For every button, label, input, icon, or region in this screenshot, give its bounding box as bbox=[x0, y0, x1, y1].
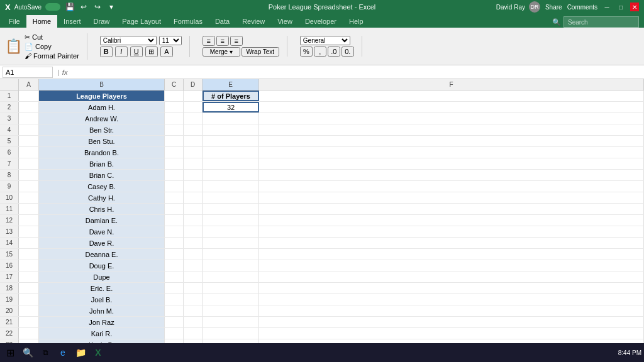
cell-c12[interactable] bbox=[165, 215, 184, 226]
cell-c18[interactable] bbox=[165, 283, 184, 293]
cell-b21-player[interactable]: Jon Raz bbox=[39, 317, 165, 327]
cell-b15-player[interactable]: Deanna E. bbox=[39, 249, 165, 260]
cell-e21[interactable] bbox=[203, 317, 259, 327]
cell-e12[interactable] bbox=[203, 215, 259, 226]
cell-d15[interactable] bbox=[184, 249, 203, 260]
font-size-select[interactable]: 11 bbox=[159, 36, 182, 45]
cell-b5-player[interactable]: Ben Stu. bbox=[39, 136, 165, 146]
cell-c5[interactable] bbox=[165, 136, 184, 146]
cell-e20[interactable] bbox=[203, 305, 259, 316]
cell-b18-player[interactable]: Eric. E. bbox=[39, 283, 165, 293]
copy-button[interactable]: 📄 Copy bbox=[25, 43, 79, 51]
cell-c16[interactable] bbox=[165, 260, 184, 271]
user-avatar[interactable]: DR bbox=[529, 1, 540, 13]
tab-page-layout[interactable]: Page Layout bbox=[116, 15, 167, 28]
cell-e13[interactable] bbox=[203, 226, 259, 237]
cell-e10[interactable] bbox=[203, 192, 259, 203]
cell-f15[interactable] bbox=[259, 249, 644, 260]
tab-developer[interactable]: Developer bbox=[299, 15, 343, 28]
more-icon[interactable]: ▾ bbox=[106, 1, 117, 13]
cell-d2[interactable] bbox=[184, 102, 203, 112]
cell-d5[interactable] bbox=[184, 136, 203, 146]
tab-view[interactable]: View bbox=[271, 15, 299, 28]
taskbar-task-view[interactable]: ⧉ bbox=[38, 345, 53, 360]
cell-a13[interactable] bbox=[19, 226, 39, 237]
share-button[interactable]: Share bbox=[545, 4, 562, 11]
restore-button[interactable]: □ bbox=[616, 3, 625, 11]
cell-b11-player[interactable]: Chris H. bbox=[39, 204, 165, 214]
cell-e19[interactable] bbox=[203, 294, 259, 305]
cell-d14[interactable] bbox=[184, 238, 203, 248]
comma-button[interactable]: , bbox=[314, 47, 326, 57]
cell-c10[interactable] bbox=[165, 192, 184, 203]
cell-c7[interactable] bbox=[165, 158, 184, 169]
cell-c22[interactable] bbox=[165, 328, 184, 339]
cell-e6[interactable] bbox=[203, 147, 259, 158]
merge-button[interactable]: Merge ▾ bbox=[203, 47, 240, 57]
tab-insert[interactable]: Insert bbox=[57, 15, 87, 28]
cell-a10[interactable] bbox=[19, 192, 39, 203]
cell-a8[interactable] bbox=[19, 170, 39, 180]
taskbar-edge[interactable]: e bbox=[55, 345, 70, 360]
cell-e11[interactable] bbox=[203, 204, 259, 214]
cell-a5[interactable] bbox=[19, 136, 39, 146]
cell-b2-player[interactable]: Adam H. bbox=[39, 102, 165, 112]
cell-d11[interactable] bbox=[184, 204, 203, 214]
cell-a18[interactable] bbox=[19, 283, 39, 293]
cell-a11[interactable] bbox=[19, 204, 39, 214]
cell-c14[interactable] bbox=[165, 238, 184, 248]
cell-b1-league-players-header[interactable]: League Players bbox=[39, 90, 165, 101]
cell-c1[interactable] bbox=[165, 90, 184, 101]
cell-a15[interactable] bbox=[19, 249, 39, 260]
cell-b16-player[interactable]: Doug E. bbox=[39, 260, 165, 271]
cell-e8[interactable] bbox=[203, 170, 259, 180]
cell-b13-player[interactable]: Dave N. bbox=[39, 226, 165, 237]
cell-d19[interactable] bbox=[184, 294, 203, 305]
taskbar-file-explorer[interactable]: 📁 bbox=[73, 345, 88, 360]
col-header-c[interactable]: C bbox=[165, 79, 184, 90]
cell-a2[interactable] bbox=[19, 102, 39, 112]
taskbar-search[interactable]: 🔍 bbox=[20, 345, 35, 360]
cell-e1-num-players-header[interactable]: # of Players bbox=[203, 90, 259, 101]
cell-e22[interactable] bbox=[203, 328, 259, 339]
cell-c17[interactable] bbox=[165, 272, 184, 282]
cell-a7[interactable] bbox=[19, 158, 39, 169]
tab-data[interactable]: Data bbox=[209, 15, 236, 28]
cell-f8[interactable] bbox=[259, 170, 644, 180]
fill-color-button[interactable]: A bbox=[160, 47, 173, 57]
autosave-switch[interactable] bbox=[45, 3, 60, 11]
tab-help[interactable]: Help bbox=[343, 15, 370, 28]
percent-button[interactable]: % bbox=[300, 47, 313, 57]
cell-b12-player[interactable]: Damian E. bbox=[39, 215, 165, 226]
cell-c3[interactable] bbox=[165, 113, 184, 124]
underline-button[interactable]: U bbox=[130, 47, 143, 57]
cell-a21[interactable] bbox=[19, 317, 39, 327]
cell-c6[interactable] bbox=[165, 147, 184, 158]
comments-button[interactable]: Comments bbox=[567, 4, 597, 11]
cell-c2[interactable] bbox=[165, 102, 184, 112]
paste-button[interactable]: 📋 bbox=[5, 38, 22, 55]
cell-f1[interactable] bbox=[259, 90, 644, 101]
cell-d21[interactable] bbox=[184, 317, 203, 327]
bold-button[interactable]: B bbox=[100, 47, 113, 57]
cell-d4[interactable] bbox=[184, 124, 203, 135]
cell-f4[interactable] bbox=[259, 124, 644, 135]
cell-f7[interactable] bbox=[259, 158, 644, 169]
cell-f17[interactable] bbox=[259, 272, 644, 282]
cell-f21[interactable] bbox=[259, 317, 644, 327]
cell-e4[interactable] bbox=[203, 124, 259, 135]
cell-d16[interactable] bbox=[184, 260, 203, 271]
cell-d8[interactable] bbox=[184, 170, 203, 180]
cell-a16[interactable] bbox=[19, 260, 39, 271]
align-left-button[interactable]: ≡ bbox=[203, 36, 215, 46]
cell-a4[interactable] bbox=[19, 124, 39, 135]
cell-d3[interactable] bbox=[184, 113, 203, 124]
cell-c9[interactable] bbox=[165, 181, 184, 192]
increase-decimal-button[interactable]: .0 bbox=[328, 47, 340, 57]
start-button[interactable]: ⊞ bbox=[3, 345, 18, 360]
cell-a22[interactable] bbox=[19, 328, 39, 339]
search-input[interactable] bbox=[564, 16, 639, 28]
cut-button[interactable]: ✂ Cut bbox=[25, 33, 79, 41]
cell-b17-player[interactable]: Dupe bbox=[39, 272, 165, 282]
cell-a14[interactable] bbox=[19, 238, 39, 248]
